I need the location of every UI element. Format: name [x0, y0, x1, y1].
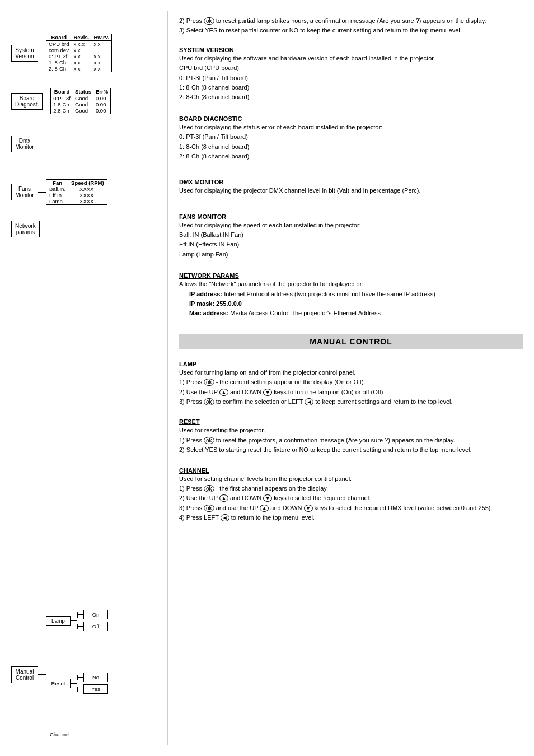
reset-step2: 2) Select YES to starting reset the fixt…	[179, 446, 523, 454]
dmx-monitor-text: Used for displaying the projector DMX ch…	[179, 186, 523, 195]
dmx-monitor-box: DmxMonitor	[11, 136, 38, 152]
network-params-ipmask: IP mask: 255.0.0.0	[189, 300, 523, 308]
channel-step1: 1) Press ok - the first channel appears …	[179, 484, 523, 493]
fans-monitor-section: FANS MONITOR Used for displaying the spe…	[179, 210, 523, 260]
channel-heading: CHANNEL	[179, 467, 523, 474]
board-diagnostic-1: 1: 8-Ch (8 channel board)	[179, 143, 523, 151]
manual-control-children: Lamp On Off	[46, 610, 108, 739]
lamp-heading: LAMP	[179, 361, 523, 367]
network-params-section: NETWORK PARAMS Allows the "Network" para…	[179, 269, 523, 319]
reset-continuation: 2) Press ok to reset partial lamp strike…	[179, 17, 523, 36]
network-params-mac: Mac address: Media Access Control: the p…	[189, 309, 523, 318]
channel-section: CHANNEL Used for setting channel levels …	[179, 464, 523, 524]
system-version-box: SystemVersion	[11, 45, 38, 62]
lamp-box: Lamp	[46, 616, 71, 626]
channel-row: Channel	[46, 730, 108, 739]
system-version-2: 2: 8-Ch (8 channel board)	[179, 93, 523, 101]
board-diagnostic-section: BOARD DIAGNOSTIC Used for displaying the…	[179, 112, 523, 162]
system-version-diagram: SystemVersion Board Revis. Hw.rv. CPU br…	[11, 34, 162, 72]
reset-box: Reset	[46, 679, 71, 688]
dmx-monitor-section: DMX MONITOR Used for displaying the proj…	[179, 175, 523, 196]
network-params-diagram: Networkparams	[11, 221, 162, 237]
reset-section: RESET Used for resetting the projector. …	[179, 415, 523, 455]
board-diagnostic-text1: Used for displaying the status error of …	[179, 123, 523, 132]
dmx-monitor-heading: DMX MONITOR	[179, 179, 523, 185]
network-params-intro: Allows the "Network" parameters of the p…	[179, 280, 523, 288]
fans-monitor-ball: Ball. IN (Ballast IN Fan)	[179, 231, 523, 239]
system-version-section: SYSTEM VERSION Used for displaying the s…	[179, 43, 523, 103]
board-diagnostic-2: 2: 8-Ch (8 channel board)	[179, 152, 523, 161]
lamp-on-box: On	[83, 610, 108, 619]
network-params-ip: IP address: Internet Protocol address (t…	[189, 290, 523, 298]
board-diagnostic-table: Board Status Err% 0:PT-3fGood0.00 1:8-Ch…	[50, 88, 111, 114]
reset-row: Reset No Yes	[46, 673, 108, 694]
lamp-off-box: Off	[83, 622, 108, 631]
manual-control-box: ManualControl	[11, 666, 38, 683]
reset-yes-box: Yes	[83, 684, 108, 694]
manual-control-section: ManualControl Lamp On	[11, 610, 162, 739]
channel-step3: 3) Press ok and use the UP ▲ and DOWN ▼ …	[179, 504, 523, 512]
left-panel: SystemVersion Board Revis. Hw.rv. CPU br…	[0, 11, 168, 745]
fans-monitor-table: Fan Speed (RPM) Ball.In.XXXX Eff.InXXXX …	[46, 179, 107, 205]
lamp-text1: Used for turning lamp on and off from th…	[179, 368, 523, 377]
lamp-options: On Off	[77, 610, 108, 631]
lamp-section: LAMP Used for turning lamp on and off fr…	[179, 357, 523, 408]
fans-monitor-heading: FANS MONITOR	[179, 213, 523, 220]
channel-step4: 4) Press LEFT ◄ to return to the top men…	[179, 514, 523, 522]
board-diagnostic-0: 0: PT-3f (Pan / Tilt board)	[179, 133, 523, 141]
channel-box: Channel	[46, 730, 73, 739]
reset-step1: 1) Press ok to reset the projectors, a c…	[179, 436, 523, 445]
reset-no-box: No	[83, 673, 108, 682]
system-version-text1: Used for displaying the software and har…	[179, 54, 523, 63]
system-version-1: 1: 8-Ch (8 channel board)	[179, 83, 523, 92]
network-params-heading: NETWORK PARAMS	[179, 272, 523, 279]
board-diagnostic-box: BoardDiagnost.	[11, 93, 43, 110]
fans-monitor-diagram: FansMonitor Fan Speed (RPM) Ball.In.XXXX…	[11, 179, 162, 205]
lamp-step3: 3) Press ok to confirm the selection or …	[179, 398, 523, 406]
dmx-monitor-diagram: DmxMonitor	[11, 136, 162, 152]
fans-monitor-eff: Eff.IN (Effects IN Fan)	[179, 240, 523, 249]
board-diagnostic-heading: BOARD DIAGNOSTIC	[179, 115, 523, 122]
system-version-heading: SYSTEM VERSION	[179, 46, 523, 53]
reset-options: No Yes	[77, 673, 108, 694]
system-version-0: 0: PT-3f (Pan / Tilt board)	[179, 74, 523, 82]
network-params-box: Networkparams	[11, 221, 40, 237]
right-panel: 2) Press ok to reset partial lamp strike…	[168, 11, 534, 745]
fans-monitor-text1: Used for displaying the speed of each fa…	[179, 221, 523, 230]
lamp-step2: 2) Use the UP ▲ and DOWN ▼ keys to turn …	[179, 388, 523, 396]
lamp-step1: 1) Press ok - the current settings appea…	[179, 378, 523, 386]
channel-text1: Used for setting channel levels from the…	[179, 475, 523, 483]
reset-heading: RESET	[179, 418, 523, 425]
fans-monitor-lamp: Lamp (Lamp Fan)	[179, 250, 523, 259]
channel-step2: 2) Use the UP ▲ and DOWN ▼ keys to selec…	[179, 494, 523, 502]
reset-cont-line2: 3) Select YES to reset partial counter o…	[179, 26, 523, 35]
lamp-row: Lamp On Off	[46, 610, 108, 631]
reset-cont-line1: 2) Press ok to reset partial lamp strike…	[179, 17, 523, 25]
system-version-cpu: CPU brd (CPU board)	[179, 64, 523, 72]
board-diagnostic-diagram: BoardDiagnost. Board Status Err% 0:PT-3f…	[11, 88, 162, 114]
manual-control-banner: MANUAL CONTROL	[179, 334, 523, 349]
reset-text1: Used for resetting the projector.	[179, 426, 523, 435]
fans-monitor-box: FansMonitor	[11, 184, 38, 200]
system-version-table: Board Revis. Hw.rv. CPU brdx.x.xx.x com.…	[46, 34, 112, 72]
